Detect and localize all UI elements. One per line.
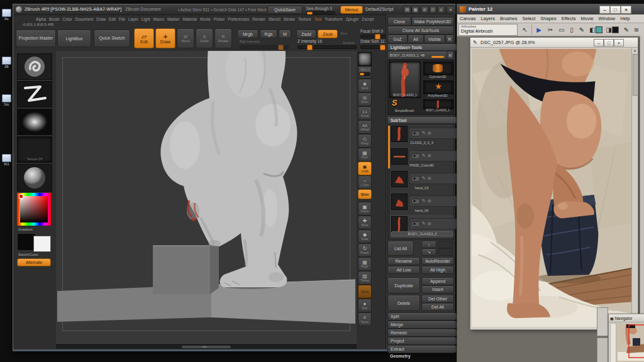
crop-tool-icon[interactable]: ▭ xyxy=(557,25,567,35)
menu-movie[interactable]: Movie xyxy=(200,17,211,21)
actual-button[interactable]: 1:1Actual xyxy=(358,106,372,120)
draw-size-label[interactable]: Draw Size 113 xyxy=(360,39,387,43)
fill-color-well[interactable]: ◧ xyxy=(589,25,602,34)
del-other-button[interactable]: Del Other xyxy=(421,295,454,303)
append-button[interactable]: Append xyxy=(421,277,454,285)
draw-button[interactable]: + Draw xyxy=(155,28,175,48)
spix-slider[interactable]: SPix 3 xyxy=(358,66,372,79)
rgb-intensity-label[interactable]: Rgb Intensity xyxy=(240,40,260,43)
active-tool-slider[interactable]: BODY_CLASS3_1. 48 xyxy=(387,51,448,60)
projection-master-button[interactable]: Projection Master xyxy=(16,30,56,47)
desktop-icon[interactable]: Stic xyxy=(2,94,11,106)
mrgb-button[interactable]: Mrgb xyxy=(237,30,258,38)
cylinder3d-thumbnail[interactable] xyxy=(423,62,453,75)
doc-maximize-button[interactable]: □ xyxy=(604,39,614,47)
paint-icon[interactable]: ✎ xyxy=(422,131,426,136)
goz-button[interactable]: GoZ xyxy=(387,35,408,43)
menu-effects[interactable]: Effects xyxy=(562,16,576,21)
menu-brushes[interactable]: Brushes xyxy=(500,16,518,21)
menu-stencil[interactable]: Stencil xyxy=(269,17,280,21)
page-tool-icon[interactable]: ▯ xyxy=(567,25,577,35)
z-intensity-slider[interactable] xyxy=(297,45,357,49)
subtool-row[interactable]: ✎ ⊘ CLASS_3_0_3 xyxy=(390,124,453,148)
all-low-button[interactable]: All Low xyxy=(387,266,420,274)
gradient-label[interactable]: Gradient xyxy=(18,228,33,231)
mask-icon[interactable]: ⊘ xyxy=(428,176,431,181)
insert-button[interactable]: Insert xyxy=(421,285,454,293)
mask-icon[interactable]: ⊘ xyxy=(428,131,431,136)
scale-button[interactable]: S Scale xyxy=(196,28,213,48)
scissors-tool-icon[interactable]: ✂ xyxy=(545,25,555,35)
desktop-icon[interactable]: Re xyxy=(2,9,11,21)
xpose-button[interactable]: ≡Xpose xyxy=(358,312,372,326)
secondary-color-swatch[interactable] xyxy=(33,236,51,252)
scale-view-button[interactable]: ◆Scale xyxy=(358,229,372,243)
menu-material[interactable]: Material xyxy=(183,17,197,21)
visibility-eye-icon[interactable] xyxy=(411,131,420,136)
switch-color-label[interactable]: SwitchColor xyxy=(18,253,38,256)
document-title-bar[interactable]: ✎ DSC_0257.JPG @ 28.9% – □ × xyxy=(470,38,638,48)
zcut-button[interactable]: Zcut xyxy=(340,31,347,35)
menu-stroke[interactable]: Stroke xyxy=(284,17,295,21)
doc-close-button[interactable]: × xyxy=(614,39,624,47)
goz-all-button[interactable]: All xyxy=(408,35,424,43)
zbrush-canvas[interactable] xyxy=(56,51,357,344)
current-tool-thumbnail[interactable]: BODY_CLASS3_1 xyxy=(389,62,421,98)
simplebrush-icon[interactable]: S xyxy=(392,98,404,108)
menu-zplugin[interactable]: Zplugin xyxy=(346,17,359,21)
floor-button[interactable]: ▦Floor xyxy=(358,148,372,162)
dynamic-label[interactable]: Dynamic xyxy=(343,41,355,45)
polyf-button[interactable]: ▦PolyF xyxy=(358,257,372,271)
texture-thumbnail[interactable]: Texture Off xyxy=(17,136,52,163)
menu-zscript[interactable]: Zscript xyxy=(362,17,374,21)
zadd-button[interactable]: Zadd xyxy=(296,30,316,38)
stroke-color-well[interactable]: ◨ xyxy=(606,25,618,34)
clone-button[interactable]: Clone xyxy=(387,17,411,26)
visibility-eye-icon[interactable] xyxy=(411,221,420,227)
maximize-button[interactable]: □ xyxy=(610,6,621,14)
menu-color[interactable]: Color xyxy=(63,17,72,21)
scrollbar-thumb[interactable] xyxy=(633,54,638,96)
subtool-row[interactable]: ✎ ⊘ hand_06 xyxy=(390,192,453,216)
menu-movie[interactable]: Movie xyxy=(581,16,594,21)
delete-button[interactable]: Delete xyxy=(387,295,420,311)
navigator-thumbnail[interactable] xyxy=(616,323,644,362)
clone-all-subtools-button[interactable]: Clone All SubTools xyxy=(387,26,454,35)
rename-button[interactable]: Rename xyxy=(387,257,420,265)
current-brush-thumbnail[interactable] xyxy=(17,53,52,80)
ghost-button[interactable]: Ghost xyxy=(358,285,372,299)
lightbox-button[interactable]: LightBox xyxy=(57,30,91,47)
menu-shapes[interactable]: Shapes xyxy=(540,16,556,21)
rgb-button[interactable]: Rgb xyxy=(260,30,277,38)
visibility-eye-icon[interactable] xyxy=(411,153,420,159)
document-vertical-scrollbar[interactable]: ▲ ▼ xyxy=(631,48,638,328)
menu-edit[interactable]: Edit xyxy=(109,17,116,21)
subtool-row[interactable]: ✎ ⊘ hand_03 xyxy=(390,170,453,193)
divider-icon[interactable]: ⊞ xyxy=(421,6,429,14)
menu-marker[interactable]: Marker xyxy=(167,17,180,21)
move-button[interactable]: M Move xyxy=(177,28,194,48)
brush-selector[interactable]: Airbrushes Digital Airbrush xyxy=(458,24,518,36)
menu-layers[interactable]: Layers xyxy=(480,16,495,21)
subtool-row-selected[interactable]: ✎ ⊘ BODY_CLASS3_3 xyxy=(390,215,453,239)
duplicate-button[interactable]: Duplicate xyxy=(387,277,420,293)
mask-icon[interactable]: ⊘ xyxy=(428,153,431,158)
doc-minimize-button[interactable]: – xyxy=(594,39,604,47)
geometry-section-header[interactable]: Geometry xyxy=(390,354,411,358)
see-through-slider-label[interactable]: See-through 0 xyxy=(306,6,332,11)
menu-brush[interactable]: Brush xyxy=(49,17,59,21)
paint-icon[interactable]: ✎ xyxy=(422,176,426,181)
autoreorder-button[interactable]: AutoReorder xyxy=(421,257,454,265)
subtool-header[interactable]: SubTool xyxy=(387,116,457,124)
menu-help[interactable]: Help xyxy=(620,16,630,21)
merge-button[interactable]: Merge xyxy=(387,321,457,329)
subtool-row[interactable]: ✎ ⊘ PM3D_Cube3D xyxy=(390,147,453,170)
r-button-small[interactable]: R xyxy=(447,51,454,60)
rotate-button[interactable]: R Rotate xyxy=(214,28,232,48)
polymesh3d-thumbnail[interactable]: ★ xyxy=(423,80,453,94)
zsub-button[interactable]: Zsub xyxy=(318,30,338,38)
paint-icon[interactable]: ✎ xyxy=(422,221,426,226)
alpha-thumbnail[interactable] xyxy=(17,109,52,135)
collapse-icon[interactable]: ⊟ xyxy=(429,6,437,14)
paint-icon[interactable]: ✎ xyxy=(422,153,426,158)
